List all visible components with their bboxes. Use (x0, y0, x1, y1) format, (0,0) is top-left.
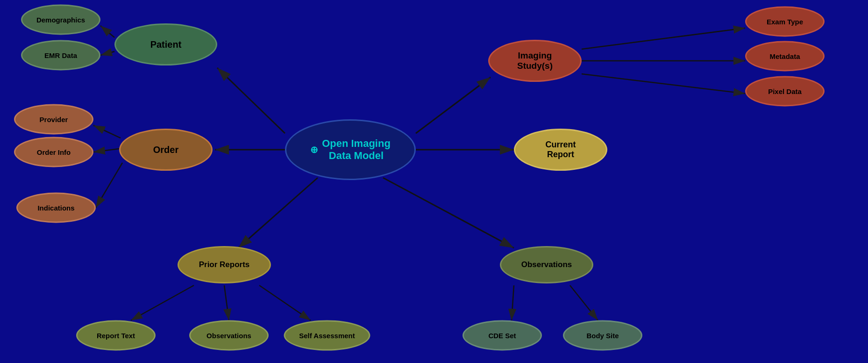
center-label: Open Imaging Data Model (322, 138, 391, 162)
svg-line-4 (416, 77, 491, 133)
metadata-node[interactable]: Metadata (745, 41, 825, 72)
svg-line-18 (259, 285, 311, 320)
order-info-label: Order Info (37, 148, 71, 156)
provider-node[interactable]: Provider (14, 104, 93, 135)
diagram-container: ⊕ Open Imaging Data Model Patient Order … (0, 0, 868, 363)
indications-label: Indications (37, 204, 74, 212)
svg-line-9 (100, 51, 114, 55)
svg-line-16 (131, 285, 194, 320)
exam-type-label: Exam Type (767, 18, 803, 26)
patient-label: Patient (150, 39, 182, 50)
observations-right-node[interactable]: Observations (500, 246, 593, 283)
svg-line-8 (100, 26, 114, 37)
current-report-label: Current Report (545, 140, 576, 160)
svg-line-7 (383, 178, 514, 248)
emr-data-node[interactable]: EMR Data (21, 40, 100, 71)
body-site-label: Body Site (586, 332, 619, 340)
report-text-label: Report Text (97, 332, 135, 340)
observations-left-label: Observations (206, 332, 251, 340)
svg-line-11 (93, 149, 119, 152)
pixel-data-label: Pixel Data (768, 87, 802, 95)
svg-line-17 (224, 285, 229, 320)
report-text-node[interactable]: Report Text (76, 320, 156, 351)
demographics-label: Demographics (36, 16, 85, 24)
svg-line-10 (93, 125, 121, 138)
svg-line-12 (96, 163, 122, 208)
order-node[interactable]: Order (119, 129, 213, 171)
svg-line-13 (582, 28, 745, 49)
self-assessment-label: Self Assessment (299, 332, 355, 340)
observations-right-label: Observations (521, 260, 572, 269)
current-report-node[interactable]: Current Report (514, 129, 607, 171)
cde-set-label: CDE Set (488, 332, 516, 340)
metadata-label: Metadata (769, 52, 800, 60)
order-label: Order (153, 145, 178, 155)
emr-data-label: EMR Data (44, 51, 77, 59)
indications-node[interactable]: Indications (16, 193, 96, 223)
provider-label: Provider (40, 116, 68, 123)
svg-line-19 (512, 285, 514, 320)
imaging-study-node[interactable]: Imaging Study(s) (488, 40, 582, 82)
svg-line-2 (217, 68, 285, 133)
demographics-node[interactable]: Demographics (21, 5, 100, 35)
center-icon: ⊕ (310, 144, 318, 155)
observations-left-node[interactable]: Observations (189, 320, 269, 351)
prior-reports-node[interactable]: Prior Reports (178, 246, 271, 283)
center-node[interactable]: ⊕ Open Imaging Data Model (285, 119, 416, 180)
order-info-node[interactable]: Order Info (14, 137, 93, 167)
patient-node[interactable]: Patient (114, 23, 217, 65)
exam-type-node[interactable]: Exam Type (745, 7, 825, 37)
svg-line-6 (238, 178, 318, 248)
svg-line-20 (570, 285, 598, 320)
body-site-node[interactable]: Body Site (563, 320, 642, 351)
svg-line-15 (582, 74, 745, 94)
cde-set-node[interactable]: CDE Set (462, 320, 542, 351)
pixel-data-node[interactable]: Pixel Data (745, 76, 825, 107)
prior-reports-label: Prior Reports (199, 260, 250, 269)
self-assessment-node[interactable]: Self Assessment (284, 320, 370, 351)
imaging-study-label: Imaging Study(s) (517, 51, 553, 71)
